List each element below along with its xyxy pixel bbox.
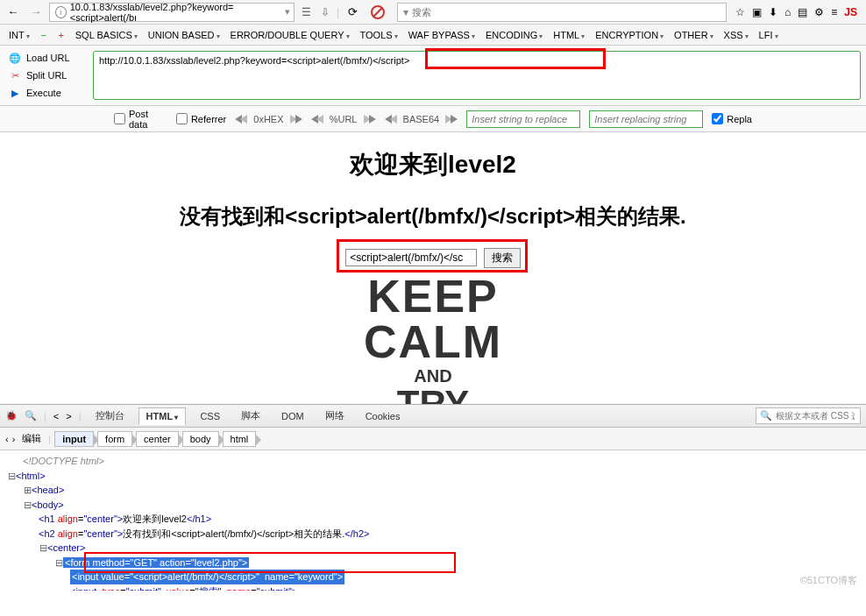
pocket-icon[interactable]: ▣ — [752, 6, 762, 18]
page-content: 欢迎来到level2 没有找到和<script>alert(/bmfx/)</s… — [0, 132, 866, 404]
addons-icon[interactable]: ⚙ — [814, 6, 824, 18]
b64-encode[interactable]: BASE64 — [385, 114, 458, 124]
tab-dom[interactable]: DOM — [274, 408, 311, 424]
tab-script[interactable]: 脚本 — [234, 407, 267, 425]
selected-input-element: <input value="<script>alert(/bmfx/)</scr… — [70, 570, 344, 584]
forward-button[interactable]: → — [26, 3, 46, 22]
repla-checkbox[interactable]: Repla — [712, 113, 752, 124]
tab-network[interactable]: 网络 — [318, 407, 351, 425]
split-icon: ✂ — [9, 69, 21, 81]
bc-form[interactable]: form — [97, 431, 132, 447]
int-dropdown[interactable]: INT — [5, 28, 33, 42]
menu-union[interactable]: UNION BASED — [145, 28, 224, 42]
devtools-source[interactable]: <!DOCTYPE html> ⊟<html> ⊞<head> ⊟<body> … — [0, 450, 866, 591]
referrer-checkbox[interactable]: Referrer — [176, 113, 226, 124]
edit-label[interactable]: 编辑 — [22, 432, 41, 445]
devtools-search[interactable]: 🔍 — [756, 407, 861, 424]
hackbar-main: 🌐Load URL ✂Split URL ▶Execute http://10.… — [0, 46, 866, 106]
page-h1: 欢迎来到level2 — [0, 148, 866, 181]
browser-toolbar: ← → i 10.0.1.83/xsslab/level2.php?keywor… — [0, 0, 866, 25]
search-icon: 🔍 — [760, 410, 772, 421]
menu-html[interactable]: HTML — [550, 28, 588, 42]
next-icon[interactable]: > — [66, 411, 71, 421]
menu-encryption[interactable]: ENCRYPTION — [592, 28, 667, 42]
toolbar-right: ☆ ▣ ⬇ ⌂ ▤ ⚙ ≡ JS — [730, 6, 862, 18]
load-icon: 🌐 — [9, 52, 21, 64]
bc-center[interactable]: center — [136, 431, 179, 447]
search-form: 搜索 — [345, 248, 520, 268]
prev-icon[interactable]: < — [53, 411, 59, 421]
hackbar-actions: 🌐Load URL ✂Split URL ▶Execute — [0, 46, 88, 105]
bc-nav-right[interactable]: › — [12, 434, 16, 444]
noscript-badge[interactable]: JS — [844, 6, 857, 18]
info-icon[interactable]: i — [55, 6, 67, 18]
hackbar-url-field[interactable]: http://10.0.1.83/xsslab/level2.php?keywo… — [93, 51, 861, 100]
tab-cookies[interactable]: Cookies — [358, 408, 408, 424]
keyword-input[interactable] — [345, 249, 477, 266]
bookmark-icon[interactable]: ☆ — [735, 6, 745, 18]
sidebar-icon[interactable]: ▤ — [798, 6, 807, 18]
replace-from-input[interactable] — [466, 110, 580, 128]
highlight-annotation-1 — [425, 48, 606, 69]
postdata-checkbox[interactable]: Post data — [114, 109, 167, 130]
hackbar-menu: INT − + SQL BASICS UNION BASED ERROR/DOU… — [0, 25, 866, 46]
tab-html[interactable]: HTML — [138, 407, 187, 425]
tab-css[interactable]: CSS — [193, 408, 227, 424]
home-icon[interactable]: ⌂ — [784, 6, 791, 18]
devtools-tabs: 🐞 🔍 | < > | 控制台 HTML CSS 脚本 DOM 网络 Cooki… — [0, 405, 866, 428]
menu-tools[interactable]: TOOLS — [357, 28, 401, 42]
devtools-breadcrumb: ‹ › 编辑 | input form center body html — [0, 428, 866, 450]
menu-encoding[interactable]: ENCODING — [482, 28, 546, 42]
watermark: ©51CTO博客 — [800, 573, 857, 588]
search-button[interactable]: 搜索 — [484, 248, 521, 268]
menu-other[interactable]: OTHER — [671, 28, 717, 42]
downloads-icon[interactable]: ⬇ — [769, 6, 777, 18]
menu-sql-basics[interactable]: SQL BASICS — [72, 28, 141, 42]
inspect-icon[interactable]: 🔍 — [25, 410, 37, 421]
split-url-action[interactable]: ✂Split URL — [4, 67, 84, 84]
firebug-icon[interactable]: 🐞 — [5, 410, 18, 421]
search-box[interactable]: ▾ — [397, 3, 727, 22]
tab-console[interactable]: 控制台 — [89, 407, 131, 425]
menu-xss[interactable]: XSS — [720, 28, 752, 42]
reader-icon[interactable]: ☰ — [298, 4, 314, 20]
page-h2: 没有找到和<script>alert(/bmfx/)</script>相关的结果… — [0, 202, 866, 230]
hex-encode[interactable]: 0xHEX — [235, 114, 302, 124]
bc-nav-left[interactable]: ‹ — [5, 434, 9, 444]
bc-body[interactable]: body — [182, 431, 219, 447]
menu-lfi[interactable]: LFI — [756, 28, 782, 42]
url-encode[interactable]: %URL — [311, 114, 376, 124]
search-engine-icon[interactable]: ▾ — [403, 6, 408, 18]
noscript-icon[interactable] — [371, 5, 385, 19]
menu-waf[interactable]: WAF BYPASS — [405, 28, 479, 42]
menu-icon[interactable]: ≡ — [831, 6, 837, 18]
load-url-action[interactable]: 🌐Load URL — [4, 49, 84, 67]
bc-input[interactable]: input — [54, 431, 94, 447]
replace-to-input[interactable] — [589, 110, 703, 128]
address-bar[interactable]: i 10.0.1.83/xsslab/level2.php?keyword=<s… — [49, 3, 295, 22]
minus-icon[interactable]: − — [37, 30, 51, 40]
execute-icon: ▶ — [9, 87, 21, 99]
bc-html[interactable]: html — [223, 431, 257, 447]
download-small-icon[interactable]: ⇩ — [317, 4, 333, 20]
hackbar-options: Post data Referrer 0xHEX %URL BASE64 Rep… — [0, 106, 866, 132]
reload-button[interactable]: ⟳ — [343, 3, 362, 22]
execute-action[interactable]: ▶Execute — [4, 84, 84, 102]
dropdown-icon[interactable]: ▾ — [285, 6, 290, 18]
search-input[interactable] — [412, 7, 720, 18]
devtools: 🐞 🔍 | < > | 控制台 HTML CSS 脚本 DOM 网络 Cooki… — [0, 404, 866, 591]
plus-icon[interactable]: + — [54, 30, 68, 40]
keep-calm-image: KEEP CALM AND TRY — [0, 273, 866, 404]
menu-error[interactable]: ERROR/DOUBLE QUERY — [227, 28, 353, 42]
url-text: 10.0.1.83/xsslab/level2.php?keyword=<scr… — [70, 2, 276, 23]
back-button[interactable]: ← — [4, 3, 23, 22]
